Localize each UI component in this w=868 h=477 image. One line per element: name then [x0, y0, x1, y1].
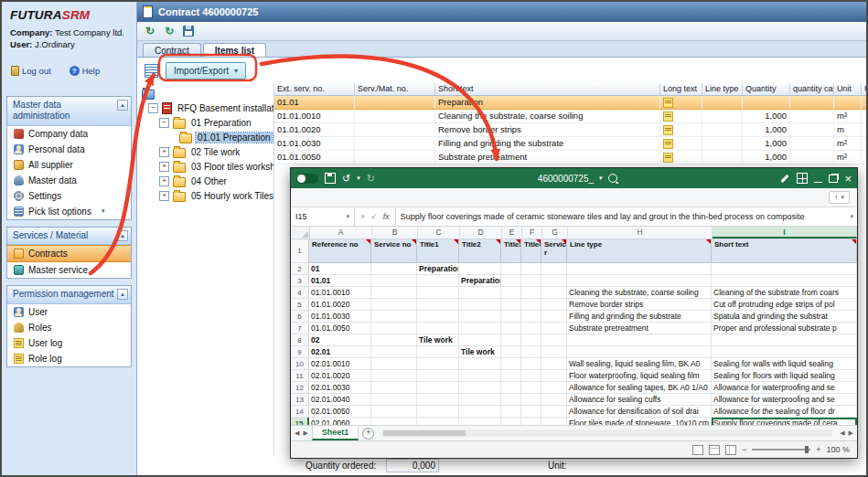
excel-cell[interactable]	[371, 311, 417, 323]
quick-save-icon[interactable]	[325, 173, 336, 184]
excel-cell[interactable]: Preparation	[459, 275, 501, 287]
panel-header-master-data[interactable]: Master data administration	[7, 97, 131, 126]
horizontal-scrollbar[interactable]	[381, 429, 832, 437]
excel-row-header[interactable]: 8	[291, 334, 309, 346]
excel-cell[interactable]	[371, 299, 417, 311]
tab-contract[interactable]: Contract	[143, 43, 201, 58]
excel-cell[interactable]	[521, 394, 541, 406]
items-column-header[interactable]: Long text	[660, 83, 702, 95]
excel-cell[interactable]: Allowance for sealing tapes, BK A0 1/A0	[567, 382, 712, 394]
excel-cell[interactable]	[712, 334, 857, 346]
excel-cell[interactable]: Proper and professional substrate p	[712, 323, 857, 334]
excel-cell[interactable]	[459, 299, 501, 311]
excel-cell[interactable]: Title4	[521, 239, 541, 263]
excel-column-header[interactable]: E	[502, 227, 522, 238]
excel-cell[interactable]: 01	[309, 263, 371, 275]
excel-cell[interactable]	[459, 394, 501, 406]
excel-cell[interactable]: Line type	[567, 239, 712, 263]
excel-cell[interactable]	[371, 275, 417, 287]
sidebar-item-company-data[interactable]: Company data	[7, 126, 131, 142]
tab-items-list[interactable]: Items list	[203, 43, 266, 58]
excel-cell[interactable]	[417, 287, 459, 299]
items-column-header[interactable]: Unit	[862, 83, 866, 95]
excel-cell[interactable]	[417, 323, 459, 334]
excel-cell[interactable]	[371, 323, 417, 334]
collapse-button[interactable]	[117, 289, 128, 300]
excel-cell[interactable]	[501, 311, 521, 323]
zoom-out-button[interactable]: −	[742, 445, 746, 454]
long-text-note-icon[interactable]	[663, 98, 673, 108]
excel-cell[interactable]	[459, 334, 501, 346]
zoom-slider-thumb[interactable]	[805, 446, 809, 453]
save-button[interactable]	[182, 25, 195, 37]
excel-cell[interactable]	[521, 406, 541, 418]
excel-cell[interactable]: Cut off protruding edge strips of pol	[712, 299, 857, 311]
excel-cell[interactable]	[501, 358, 521, 370]
excel-cell[interactable]	[521, 358, 541, 370]
excel-cell[interactable]	[541, 382, 567, 394]
excel-column-header[interactable]: H	[568, 227, 713, 238]
excel-row-header[interactable]: 13	[291, 394, 309, 406]
excel-column-header[interactable]: I	[713, 227, 857, 238]
long-text-note-icon[interactable]	[663, 153, 673, 163]
excel-cell[interactable]: 02.01	[309, 346, 371, 358]
panel-header-permission-management[interactable]: Permission management	[7, 286, 131, 304]
file-name-chevron-icon[interactable]: ▾	[599, 175, 603, 182]
excel-cell[interactable]	[371, 346, 417, 358]
excel-cell[interactable]	[501, 346, 521, 358]
excel-row-header[interactable]: 5	[291, 299, 309, 311]
excel-cell[interactable]: Remove border strips	[567, 299, 712, 311]
excel-cell[interactable]	[501, 418, 521, 425]
excel-cell[interactable]	[521, 275, 541, 287]
excel-column-header[interactable]: B	[372, 227, 418, 238]
tree-options-icon[interactable]	[145, 64, 158, 78]
panel-header-services-material[interactable]: Services / Material	[7, 228, 131, 246]
excel-cell[interactable]	[459, 370, 501, 382]
excel-cell[interactable]: Cleaning of the substrate from coars	[712, 287, 857, 299]
table-row[interactable]: 01.01Preparation	[274, 96, 866, 110]
excel-cell[interactable]: Filling and grinding the substrate	[567, 311, 712, 323]
sidebar-item-user[interactable]: User	[7, 304, 131, 320]
excel-cell[interactable]: Title3	[501, 239, 521, 263]
excel-row-header[interactable]: 1	[291, 239, 309, 263]
excel-cell[interactable]	[371, 406, 417, 418]
excel-cell[interactable]	[521, 287, 541, 299]
excel-cell[interactable]	[567, 346, 712, 358]
sidebar-item-role-log[interactable]: Role log	[7, 351, 131, 366]
excel-cell[interactable]	[521, 370, 541, 382]
tree-item-rfq[interactable]: RFQ Basement installation S	[137, 101, 273, 115]
excel-cell[interactable]	[371, 358, 417, 370]
excel-column-header[interactable]: G	[542, 227, 568, 238]
excel-cell[interactable]	[417, 346, 459, 358]
excel-cell[interactable]: Floor waterproofing, liquid sealing film	[567, 370, 712, 382]
excel-cell[interactable]	[417, 358, 459, 370]
excel-cell[interactable]	[417, 406, 459, 418]
expand-toggle[interactable]	[159, 191, 169, 201]
scroll-left-icon[interactable]: ◀	[840, 429, 844, 437]
excel-cell[interactable]	[521, 346, 541, 358]
excel-cell[interactable]	[417, 275, 459, 287]
expand-toggle[interactable]	[159, 176, 169, 186]
table-icon[interactable]	[797, 173, 808, 184]
excel-cell[interactable]	[541, 287, 567, 299]
redo-icon[interactable]: ↻	[367, 174, 375, 184]
select-all-corner[interactable]	[291, 227, 310, 238]
excel-cell[interactable]: Reference no	[309, 239, 371, 263]
excel-cell[interactable]	[541, 275, 567, 287]
collapse-button[interactable]	[117, 230, 128, 241]
excel-cell[interactable]: Short text	[712, 239, 857, 263]
excel-cell[interactable]: Title2	[459, 239, 501, 263]
undo-icon[interactable]: ↺	[342, 174, 350, 184]
excel-cell[interactable]	[371, 334, 417, 346]
items-column-header[interactable]: Quantity	[743, 83, 790, 95]
pen-icon[interactable]	[779, 173, 790, 184]
excel-cell[interactable]	[521, 418, 541, 425]
logout-link[interactable]: Log out	[11, 66, 51, 76]
excel-cell[interactable]	[501, 323, 521, 334]
tree-item-04[interactable]: 04 Other	[137, 174, 273, 188]
excel-cell[interactable]: Sealing for floors with liquid sealing	[712, 370, 857, 382]
excel-cell[interactable]	[417, 382, 459, 394]
tree-item-02[interactable]: 02 Tile work	[137, 144, 273, 159]
excel-cell[interactable]	[501, 382, 521, 394]
excel-cell[interactable]	[541, 406, 567, 418]
